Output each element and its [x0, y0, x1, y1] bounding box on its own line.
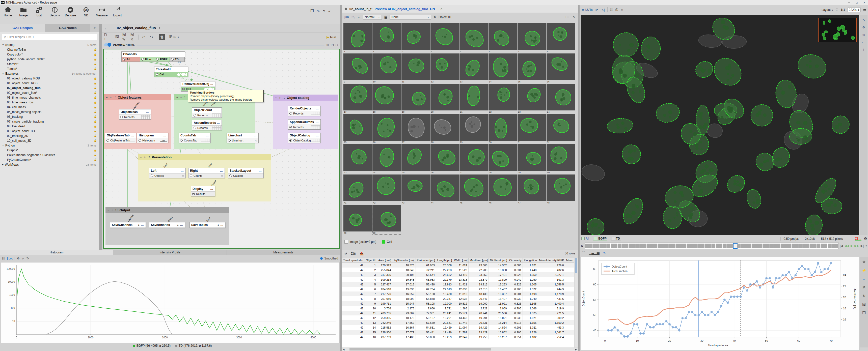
node-objectcatalog[interactable]: ObjectCatalog…ObjectCatalog — [288, 133, 321, 143]
frame-cell[interactable] — [734, 244, 737, 248]
grid-overlay-icon[interactable]: ☷ — [610, 8, 613, 11]
drag-handle-icon[interactable]: ∷ — [148, 155, 150, 159]
frame-cell[interactable] — [625, 244, 628, 248]
gallery-tile[interactable]: 27 — [401, 114, 430, 144]
tab-intensity-profile[interactable]: Intensity Profile — [113, 250, 226, 255]
settings-gear-icon[interactable]: ⚙ — [17, 257, 20, 260]
gallery-tile[interactable]: 50 — [372, 205, 401, 234]
tree-expander-icon[interactable]: ▼ — [2, 44, 4, 46]
gallery-tile[interactable]: 20 — [431, 84, 459, 114]
drag-handle-icon[interactable]: ∷ — [283, 96, 285, 100]
port-objectcatalog[interactable]: ObjectCatalog — [288, 138, 320, 143]
node-menu-icon[interactable]: … — [220, 169, 223, 172]
gallery-tile[interactable]: 46 — [489, 174, 517, 204]
gallery-tile[interactable]: 1 — [343, 23, 372, 53]
frame-cell[interactable] — [759, 244, 762, 248]
frame-cell[interactable] — [589, 244, 592, 248]
frame-cell[interactable] — [723, 244, 726, 248]
frame-cell[interactable] — [806, 244, 809, 248]
gallery-tile[interactable]: 10 — [372, 54, 401, 83]
gallery-tile[interactable]: 13 — [460, 54, 488, 83]
frame-cell[interactable] — [596, 244, 599, 248]
gallery-tile[interactable]: 44 — [431, 174, 459, 204]
scale-mode-dropdown[interactable]: Normal▼ — [363, 14, 382, 20]
minimize-button[interactable]: ─ — [845, 1, 853, 4]
frame-cell[interactable] — [585, 244, 588, 248]
overlay-color-icon[interactable]: ⭕… — [855, 237, 862, 241]
frame-cell[interactable] — [647, 244, 650, 248]
ribbon-item-image[interactable]: Image⌄ — [16, 6, 31, 19]
layout-windows-icon[interactable]: ❐ — [310, 8, 314, 13]
tree-item[interactable]: 09_tracking_3D🔒 — [0, 133, 99, 138]
frame-cell[interactable] — [773, 244, 777, 248]
port-records[interactable]: Records — [119, 115, 151, 119]
gallery-tile[interactable]: 16 — [547, 54, 575, 83]
frame-cell[interactable] — [741, 244, 744, 248]
gallery-tile[interactable]: 17 — [343, 84, 372, 114]
frame-cell[interactable] — [618, 244, 621, 248]
frame-cell[interactable] — [661, 244, 664, 248]
gallery-tile[interactable]: 23 — [518, 84, 546, 114]
save-as-icon[interactable]: 🖫✎ — [122, 34, 128, 40]
frame-cell[interactable] — [650, 244, 653, 248]
panel-splitter-right[interactable] — [578, 5, 580, 351]
frame-cell[interactable] — [628, 244, 632, 248]
frame-strip[interactable] — [585, 243, 839, 249]
node-menu-icon[interactable]: … — [210, 82, 214, 86]
drag-handle-icon[interactable]: ∷ — [114, 96, 116, 99]
tree-group-python[interactable]: ▼Python3 items — [0, 143, 99, 148]
gallery-tile[interactable]: 48 — [547, 174, 575, 204]
column-header[interactable]: Area [µm²] — [377, 258, 392, 263]
timeseries-chart[interactable]: 01020304050607045505560651618202224TimeL… — [581, 257, 860, 350]
node-menu-icon[interactable]: … — [316, 134, 319, 137]
node-savetables[interactable]: SaveTables⤓ … — [189, 222, 225, 228]
fit-columns-icon[interactable]: ⇄ — [344, 252, 347, 255]
gallery-tile[interactable]: 8 — [547, 23, 575, 53]
frame-cell[interactable] — [748, 244, 751, 248]
ribbon-item-edit[interactable]: Edit⌄ — [31, 6, 47, 19]
table-row[interactable]: 423317.39520.10365.54423.65213.41923.652… — [342, 272, 574, 277]
frame-cell[interactable] — [752, 244, 755, 248]
frame-cell[interactable] — [683, 244, 686, 248]
frame-cell[interactable] — [820, 244, 824, 248]
node-threshold[interactable]: Threshold…Cell — [154, 67, 188, 77]
column-header[interactable]: Width [µm] — [453, 258, 468, 263]
port-radio[interactable] — [141, 58, 144, 61]
node-menu-icon[interactable]: … — [316, 120, 319, 124]
frame-cell[interactable] — [636, 244, 639, 248]
port-objfeaturestab[interactable]: ObjFeaturesTab — [105, 138, 136, 143]
line-chart-icon[interactable]: ∿ — [603, 251, 606, 255]
canvas-zoom-controls[interactable]: ⊞1:1⛶ — [327, 43, 338, 46]
bar-chart-icon[interactable]: ▁▄▂▅ — [589, 251, 599, 255]
frame-cell[interactable] — [744, 244, 748, 248]
tab-measurements[interactable]: Measurements — [227, 250, 340, 255]
gallery-tile[interactable]: 49 — [343, 205, 372, 234]
table-row[interactable]: 4214215.55216.56754.83119.42911.09419.42… — [342, 325, 574, 330]
port-records[interactable]: Records — [192, 126, 221, 130]
gallery-tile[interactable]: 28 — [431, 114, 459, 144]
gallery-tile[interactable]: 34 — [372, 144, 401, 174]
tree-group-workflows[interactable]: ▶Workflows28 items — [0, 162, 99, 167]
microscopy-image[interactable] — [581, 15, 859, 235]
node-renderobjects[interactable]: RenderObjects…Records — [288, 106, 321, 116]
one-to-one-icon[interactable]: 1:1 — [330, 43, 334, 46]
tree-item[interactable]: Pollen manual segment K Classifier🔒 — [0, 153, 99, 157]
table-row[interactable]: 42103.7082.1737.6562.7211.3632.7211.9890… — [342, 306, 574, 311]
frame-cell[interactable] — [698, 244, 701, 248]
tab-ga3-nodes[interactable]: GA3 Nodes — [45, 24, 90, 32]
node-menu-icon[interactable]: … — [180, 53, 183, 56]
info-icon[interactable]: ⓘ — [615, 8, 618, 12]
frame-cell[interactable] — [679, 244, 683, 248]
autoscale-icon[interactable]: ●• — [595, 8, 598, 11]
fit-icon[interactable]: ⊞ — [327, 43, 329, 46]
frame-cell[interactable] — [712, 244, 715, 248]
port-radio[interactable] — [228, 139, 230, 142]
port-radio[interactable] — [151, 174, 153, 177]
gallery-tile[interactable]: 26 — [372, 114, 401, 144]
frame-cell[interactable] — [726, 244, 730, 248]
frame-cell[interactable] — [657, 244, 661, 248]
gallery-tile[interactable]: 6 — [489, 23, 517, 53]
table-row[interactable]: 4215228.90017.07256.44119.42911.78119.42… — [342, 330, 574, 334]
node-left[interactable]: Left…Objects▭ — [149, 168, 186, 178]
frame-cell[interactable] — [701, 244, 704, 248]
